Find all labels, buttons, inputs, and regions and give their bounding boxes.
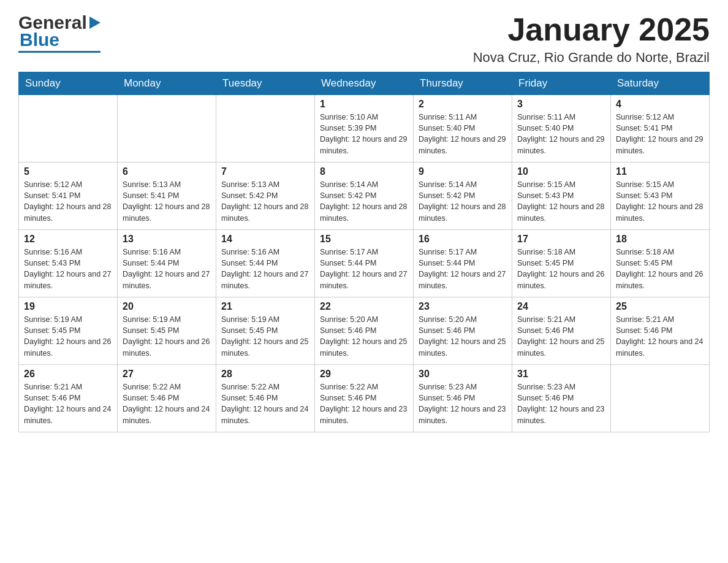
calendar-day-15: 15Sunrise: 5:17 AM Sunset: 5:44 PM Dayli… xyxy=(315,230,414,297)
calendar-week-0: 1Sunrise: 5:10 AM Sunset: 5:39 PM Daylig… xyxy=(19,95,710,163)
day-number: 23 xyxy=(419,301,507,312)
calendar-day-9: 9Sunrise: 5:14 AM Sunset: 5:42 PM Daylig… xyxy=(414,163,512,230)
calendar-day-25: 25Sunrise: 5:21 AM Sunset: 5:46 PM Dayli… xyxy=(611,297,710,365)
day-number: 14 xyxy=(221,234,309,245)
day-info: Sunrise: 5:15 AM Sunset: 5:43 PM Dayligh… xyxy=(616,179,704,224)
day-info: Sunrise: 5:18 AM Sunset: 5:45 PM Dayligh… xyxy=(517,247,605,291)
day-number: 5 xyxy=(24,166,112,177)
day-info: Sunrise: 5:14 AM Sunset: 5:42 PM Dayligh… xyxy=(320,179,408,224)
col-header-thursday: Thursday xyxy=(414,72,512,95)
col-header-saturday: Saturday xyxy=(611,72,710,95)
day-number: 10 xyxy=(517,166,605,177)
day-number: 9 xyxy=(419,166,507,177)
day-info: Sunrise: 5:18 AM Sunset: 5:45 PM Dayligh… xyxy=(616,247,704,291)
calendar-empty-cell xyxy=(118,95,216,163)
day-number: 6 xyxy=(123,166,211,177)
calendar-table: SundayMondayTuesdayWednesdayThursdayFrid… xyxy=(18,72,710,432)
calendar-empty-cell xyxy=(611,365,710,432)
day-number: 22 xyxy=(320,301,408,312)
day-number: 11 xyxy=(616,166,704,177)
day-number: 17 xyxy=(517,234,605,245)
calendar-day-8: 8Sunrise: 5:14 AM Sunset: 5:42 PM Daylig… xyxy=(315,163,414,230)
month-title: January 2025 xyxy=(473,12,710,47)
day-number: 29 xyxy=(320,369,408,380)
calendar-week-4: 26Sunrise: 5:21 AM Sunset: 5:46 PM Dayli… xyxy=(19,365,710,432)
day-number: 7 xyxy=(221,166,309,177)
day-info: Sunrise: 5:17 AM Sunset: 5:44 PM Dayligh… xyxy=(419,247,507,291)
day-info: Sunrise: 5:19 AM Sunset: 5:45 PM Dayligh… xyxy=(221,314,309,359)
col-header-wednesday: Wednesday xyxy=(315,72,414,95)
calendar-day-10: 10Sunrise: 5:15 AM Sunset: 5:43 PM Dayli… xyxy=(512,163,611,230)
day-info: Sunrise: 5:12 AM Sunset: 5:41 PM Dayligh… xyxy=(24,179,112,224)
day-number: 1 xyxy=(320,99,408,110)
day-info: Sunrise: 5:16 AM Sunset: 5:43 PM Dayligh… xyxy=(24,247,112,291)
day-number: 27 xyxy=(123,369,211,380)
day-info: Sunrise: 5:14 AM Sunset: 5:42 PM Dayligh… xyxy=(419,179,507,224)
col-header-friday: Friday xyxy=(512,72,611,95)
calendar-day-23: 23Sunrise: 5:20 AM Sunset: 5:46 PM Dayli… xyxy=(414,297,512,365)
calendar-week-2: 12Sunrise: 5:16 AM Sunset: 5:43 PM Dayli… xyxy=(19,230,710,297)
calendar-day-22: 22Sunrise: 5:20 AM Sunset: 5:46 PM Dayli… xyxy=(315,297,414,365)
day-number: 24 xyxy=(517,301,605,312)
day-info: Sunrise: 5:15 AM Sunset: 5:43 PM Dayligh… xyxy=(517,179,605,224)
calendar-day-30: 30Sunrise: 5:23 AM Sunset: 5:46 PM Dayli… xyxy=(414,365,512,432)
day-number: 4 xyxy=(616,99,704,110)
day-info: Sunrise: 5:21 AM Sunset: 5:46 PM Dayligh… xyxy=(517,314,605,359)
day-info: Sunrise: 5:13 AM Sunset: 5:42 PM Dayligh… xyxy=(221,179,309,224)
col-header-sunday: Sunday xyxy=(19,72,118,95)
day-number: 31 xyxy=(517,369,605,380)
day-number: 3 xyxy=(517,99,605,110)
logo-arrow-icon xyxy=(89,12,100,33)
calendar-week-1: 5Sunrise: 5:12 AM Sunset: 5:41 PM Daylig… xyxy=(19,163,710,230)
calendar-day-3: 3Sunrise: 5:11 AM Sunset: 5:40 PM Daylig… xyxy=(512,95,611,163)
svg-marker-0 xyxy=(89,17,100,29)
logo: General Blue xyxy=(18,12,100,53)
calendar-day-21: 21Sunrise: 5:19 AM Sunset: 5:45 PM Dayli… xyxy=(216,297,315,365)
calendar-day-7: 7Sunrise: 5:13 AM Sunset: 5:42 PM Daylig… xyxy=(216,163,315,230)
day-info: Sunrise: 5:20 AM Sunset: 5:46 PM Dayligh… xyxy=(419,314,507,359)
logo-underline xyxy=(18,51,100,53)
day-info: Sunrise: 5:22 AM Sunset: 5:46 PM Dayligh… xyxy=(320,381,408,426)
calendar-day-4: 4Sunrise: 5:12 AM Sunset: 5:41 PM Daylig… xyxy=(611,95,710,163)
day-info: Sunrise: 5:13 AM Sunset: 5:41 PM Dayligh… xyxy=(123,179,211,224)
day-info: Sunrise: 5:19 AM Sunset: 5:45 PM Dayligh… xyxy=(123,314,211,359)
day-info: Sunrise: 5:17 AM Sunset: 5:44 PM Dayligh… xyxy=(320,247,408,291)
calendar-day-12: 12Sunrise: 5:16 AM Sunset: 5:43 PM Dayli… xyxy=(19,230,118,297)
logo-blue-row: Blue xyxy=(18,29,59,50)
calendar-day-18: 18Sunrise: 5:18 AM Sunset: 5:45 PM Dayli… xyxy=(611,230,710,297)
day-number: 15 xyxy=(320,234,408,245)
day-info: Sunrise: 5:21 AM Sunset: 5:46 PM Dayligh… xyxy=(24,381,112,426)
day-info: Sunrise: 5:21 AM Sunset: 5:46 PM Dayligh… xyxy=(616,314,704,359)
day-number: 26 xyxy=(24,369,112,380)
calendar-week-3: 19Sunrise: 5:19 AM Sunset: 5:45 PM Dayli… xyxy=(19,297,710,365)
day-info: Sunrise: 5:11 AM Sunset: 5:40 PM Dayligh… xyxy=(419,112,507,156)
calendar-day-19: 19Sunrise: 5:19 AM Sunset: 5:45 PM Dayli… xyxy=(19,297,118,365)
location-title: Nova Cruz, Rio Grande do Norte, Brazil xyxy=(473,50,710,66)
calendar-empty-cell xyxy=(216,95,315,163)
day-info: Sunrise: 5:11 AM Sunset: 5:40 PM Dayligh… xyxy=(517,112,605,156)
calendar-header-row: SundayMondayTuesdayWednesdayThursdayFrid… xyxy=(19,72,710,95)
col-header-monday: Monday xyxy=(118,72,216,95)
calendar-day-28: 28Sunrise: 5:22 AM Sunset: 5:46 PM Dayli… xyxy=(216,365,315,432)
day-info: Sunrise: 5:22 AM Sunset: 5:46 PM Dayligh… xyxy=(221,381,309,426)
day-info: Sunrise: 5:16 AM Sunset: 5:44 PM Dayligh… xyxy=(123,247,211,291)
day-number: 19 xyxy=(24,301,112,312)
calendar-day-26: 26Sunrise: 5:21 AM Sunset: 5:46 PM Dayli… xyxy=(19,365,118,432)
calendar-day-27: 27Sunrise: 5:22 AM Sunset: 5:46 PM Dayli… xyxy=(118,365,216,432)
page-header: General Blue January 2025 Nova Cruz, Rio… xyxy=(18,12,710,66)
day-number: 18 xyxy=(616,234,704,245)
calendar-day-6: 6Sunrise: 5:13 AM Sunset: 5:41 PM Daylig… xyxy=(118,163,216,230)
day-info: Sunrise: 5:22 AM Sunset: 5:46 PM Dayligh… xyxy=(123,381,211,426)
day-info: Sunrise: 5:20 AM Sunset: 5:46 PM Dayligh… xyxy=(320,314,408,359)
logo-blue-text: Blue xyxy=(20,29,59,50)
day-info: Sunrise: 5:19 AM Sunset: 5:45 PM Dayligh… xyxy=(24,314,112,359)
calendar-day-2: 2Sunrise: 5:11 AM Sunset: 5:40 PM Daylig… xyxy=(414,95,512,163)
calendar-day-13: 13Sunrise: 5:16 AM Sunset: 5:44 PM Dayli… xyxy=(118,230,216,297)
day-number: 16 xyxy=(419,234,507,245)
calendar-day-11: 11Sunrise: 5:15 AM Sunset: 5:43 PM Dayli… xyxy=(611,163,710,230)
day-number: 25 xyxy=(616,301,704,312)
calendar-day-17: 17Sunrise: 5:18 AM Sunset: 5:45 PM Dayli… xyxy=(512,230,611,297)
calendar-day-24: 24Sunrise: 5:21 AM Sunset: 5:46 PM Dayli… xyxy=(512,297,611,365)
calendar-empty-cell xyxy=(19,95,118,163)
col-header-tuesday: Tuesday xyxy=(216,72,315,95)
